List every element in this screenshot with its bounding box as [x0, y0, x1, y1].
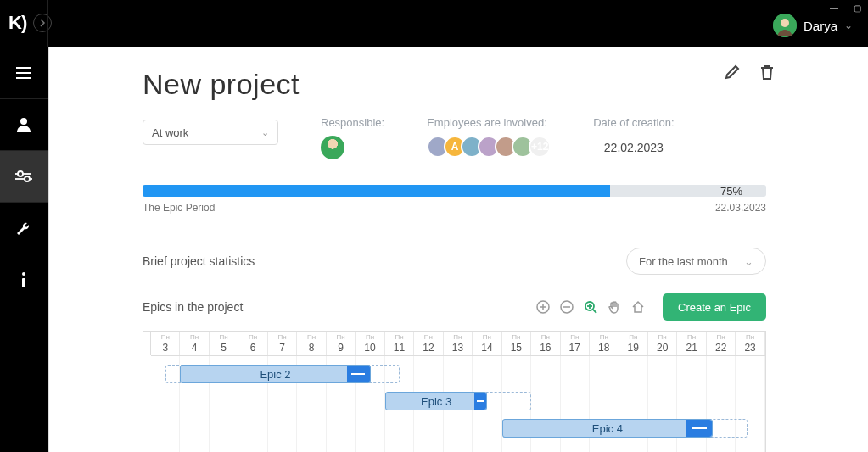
gantt-day-column: Пн18 [590, 332, 619, 355]
gantt-task[interactable]: Epic 4 [502, 419, 713, 438]
epics-label: Epics in the project [143, 300, 243, 314]
user-name: Darya [804, 19, 837, 33]
home-icon[interactable] [630, 299, 646, 315]
gantt-day-column: Пн12 [414, 332, 443, 355]
zoom-out-icon[interactable] [559, 299, 574, 315]
chevron-down-icon: ⌄ [744, 255, 753, 268]
progress-fill [143, 185, 610, 197]
svg-point-6 [18, 171, 23, 176]
expand-sidebar-icon[interactable] [33, 14, 52, 32]
sidebar-item-settings[interactable] [0, 151, 48, 202]
gantt-day-column: Пн11 [385, 332, 414, 355]
create-epic-button[interactable]: Create an Epic [663, 293, 766, 321]
gantt-day-column: Пн5 [210, 332, 238, 355]
user-menu[interactable]: Darya ⌄ [773, 14, 853, 37]
range-value: For the last month [639, 255, 728, 268]
gantt-toolbar: Create an Epic [535, 293, 766, 321]
progress: 75% The Epic Period 22.03.2023 [143, 185, 766, 214]
hand-pan-icon[interactable] [607, 299, 622, 315]
gantt-day-column: Пн7 [268, 332, 297, 355]
gantt-day-column: Пн9 [327, 332, 356, 355]
gantt-day-column: Пн14 [473, 332, 501, 355]
range-select[interactable]: For the last month ⌄ [626, 248, 766, 275]
main: New project At work ⌄ Responsible: Emplo… [48, 47, 868, 452]
window-maximize-button[interactable]: ▢ [854, 3, 861, 13]
stats-row: Brief project statistics For the last mo… [143, 248, 766, 275]
gantt-task-handle[interactable] [347, 366, 370, 382]
svg-rect-13 [22, 278, 25, 287]
sidebar-item-list[interactable] [0, 47, 48, 98]
creation-label: Date of creation: [593, 116, 674, 129]
employees-block: Employees are involved: A+12 [427, 116, 551, 158]
epic-period-label: The Epic Period [143, 202, 215, 214]
gantt-day-column: Пн3 [151, 332, 180, 355]
responsible-avatar[interactable] [321, 136, 344, 159]
epics-row: Epics in the project [143, 293, 766, 321]
gantt-day-column: Пн19 [619, 332, 648, 355]
progress-percent: 75% [720, 185, 742, 197]
sidebar-item-info[interactable] [0, 254, 48, 305]
search-zoom-icon[interactable] [583, 299, 598, 315]
user-avatar [773, 14, 797, 37]
gantt-chart[interactable]: Пн3Пн4Пн5Пн6Пн7Пн8Пн9Пн10Пн11Пн12Пн13Пн1… [143, 331, 766, 452]
sidebar-item-tools[interactable] [0, 203, 48, 254]
delete-icon[interactable] [759, 64, 775, 84]
employees-label: Employees are involved: [427, 116, 551, 129]
page-actions [724, 64, 775, 84]
gantt-day-column: Пн10 [356, 332, 384, 355]
gantt-day-column: Пн20 [648, 332, 677, 355]
status-value: At work [152, 126, 188, 139]
status-select[interactable]: At work ⌄ [143, 120, 278, 145]
top-bar: K) — ▢ Darya ⌄ [0, 0, 868, 47]
svg-point-7 [25, 176, 30, 181]
gantt-task-handle[interactable] [686, 420, 712, 437]
gantt-task[interactable]: Epic 2 [180, 365, 370, 383]
stats-label: Brief project statistics [143, 254, 255, 268]
creation-block: Date of creation: 22.02.2023 [593, 116, 674, 154]
svg-line-20 [593, 310, 596, 313]
gantt-day-column: Пн13 [444, 332, 473, 355]
svg-point-5 [20, 118, 27, 125]
logo[interactable]: K) [8, 12, 52, 34]
gantt-day-column: Пн16 [531, 332, 560, 355]
gantt-day-column: Пн4 [180, 332, 209, 355]
gantt-day-column: Пн23 [736, 332, 764, 355]
responsible-label: Responsible: [321, 116, 384, 129]
chevron-down-icon: ⌄ [844, 20, 853, 31]
employee-avatar-stack[interactable]: A+12 [427, 136, 551, 158]
edit-icon[interactable] [724, 64, 741, 84]
divider [47, 0, 48, 47]
gantt-task[interactable]: Epic 3 [385, 392, 488, 410]
gantt-task-handle[interactable] [474, 393, 486, 410]
epic-period-date: 22.03.2023 [715, 202, 766, 214]
gantt-day-column: Пн6 [238, 332, 267, 355]
svg-point-12 [22, 272, 25, 276]
creation-date: 22.02.2023 [593, 141, 674, 154]
window-controls: — ▢ [830, 3, 861, 13]
svg-point-1 [781, 19, 789, 27]
logo-text: K) [8, 12, 26, 34]
zoom-in-icon[interactable] [535, 299, 551, 315]
page-title: New project [143, 68, 766, 101]
gantt-day-column: Пн15 [502, 332, 531, 355]
employee-more-count[interactable]: +12 [529, 136, 551, 158]
sidebar-item-user[interactable] [0, 99, 48, 150]
window-minimize-button[interactable]: — [830, 3, 838, 13]
gantt-body: Epic 2Epic 3Epic 4 [151, 355, 765, 452]
progress-bar[interactable]: 75% [143, 185, 766, 197]
gantt-day-column: Пн17 [561, 332, 590, 355]
responsible-block: Responsible: [321, 116, 384, 163]
project-meta: At work ⌄ Responsible: Employees are inv… [143, 116, 766, 163]
gantt-day-column: Пн22 [707, 332, 736, 355]
sidebar [0, 47, 48, 452]
gantt-header: Пн3Пн4Пн5Пн6Пн7Пн8Пн9Пн10Пн11Пн12Пн13Пн1… [143, 332, 765, 355]
gantt-day-column: Пн8 [297, 332, 326, 355]
gantt-day-column: Пн21 [677, 332, 706, 355]
chevron-down-icon: ⌄ [261, 127, 269, 138]
